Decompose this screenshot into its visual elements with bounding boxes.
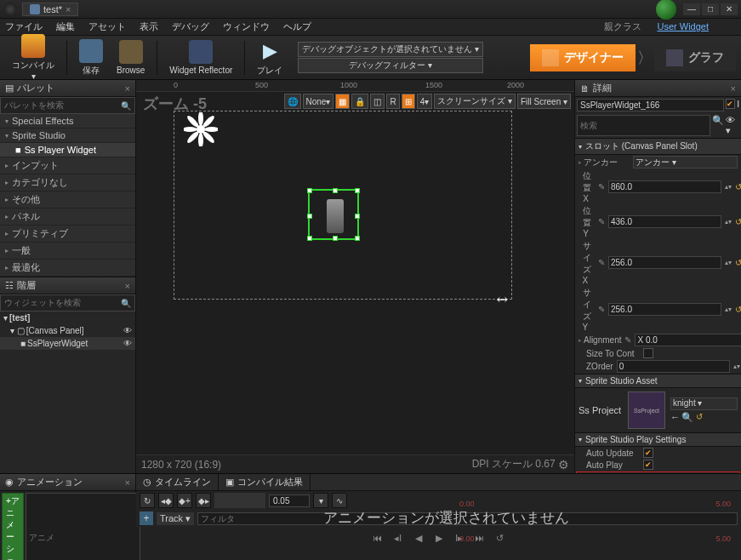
- save-button[interactable]: 保存: [72, 37, 110, 78]
- tl-frame-field[interactable]: 0.05: [269, 494, 310, 507]
- details-search[interactable]: [577, 115, 710, 136]
- palette-search[interactable]: パレットを検索🔍: [0, 97, 135, 114]
- fill-screen-dropdown[interactable]: Fill Screen ▾: [517, 94, 571, 109]
- tl-prev-key-button[interactable]: ◂◆: [158, 493, 174, 508]
- dpi-settings-icon[interactable]: ⚙: [558, 458, 569, 471]
- debug-object-dropdown[interactable]: デバッグオブジェクトが選択されていません ▾: [298, 42, 483, 57]
- timeline-ruler[interactable]: 0.00 5.00 0.00 5.00: [459, 500, 734, 543]
- cat-input[interactable]: インプット: [0, 157, 135, 174]
- asset-browse-icon[interactable]: 🔍: [681, 412, 693, 423]
- track-dropdown[interactable]: Track ▾: [157, 512, 194, 525]
- menu-asset[interactable]: アセット: [88, 20, 126, 33]
- cat-special-effects[interactable]: Special Effects: [0, 114, 135, 129]
- tl-scrubber[interactable]: [214, 493, 265, 508]
- layout-button[interactable]: ▦: [335, 94, 350, 109]
- lang-button[interactable]: 🌐: [284, 94, 301, 109]
- tl-refresh-button[interactable]: ↻: [140, 493, 155, 508]
- compile-results-tab[interactable]: ▣コンパイル結果: [219, 474, 311, 490]
- designer-tab[interactable]: デザイナー: [530, 44, 636, 71]
- input-sizex[interactable]: [608, 256, 721, 269]
- palette-item-ssplayer[interactable]: ■ Ss Player Widget: [0, 143, 135, 157]
- tl-reverse-button[interactable]: ◀: [411, 530, 426, 546]
- add-animation-button[interactable]: +アニメーション: [2, 493, 24, 560]
- compile-button[interactable]: コンパイル ▾: [5, 32, 61, 83]
- tl-curve-button[interactable]: ∿: [332, 493, 347, 508]
- play-button[interactable]: ▶プレイ: [250, 37, 289, 78]
- tl-step-back-button[interactable]: ◂Ⅰ: [390, 530, 406, 546]
- hier-canvas[interactable]: ▾ ▢ [Canvas Panel]👁: [0, 324, 135, 337]
- eye-icon[interactable]: 👁 ▾: [726, 115, 739, 136]
- anchor-gizmo-icon[interactable]: [184, 112, 218, 146]
- menu-help[interactable]: ヘルプ: [283, 20, 311, 33]
- tl-to-start-button[interactable]: ⏮: [370, 530, 385, 546]
- document-tab[interactable]: test* ×: [22, 3, 78, 16]
- viewport[interactable]: 0 500 1000 1500 2000 ズーム -5 🌐 None ▾ ▦ 🔒…: [136, 80, 574, 473]
- cat-sprite-studio[interactable]: Sprite Studio: [0, 129, 135, 143]
- checkbox-sizetocontent[interactable]: [643, 348, 653, 358]
- cat-optimize[interactable]: 最適化: [0, 260, 135, 277]
- tl-snap-button[interactable]: ▾: [313, 493, 328, 508]
- details-lock-icon[interactable]: Ⅰ: [737, 99, 739, 111]
- tl-next-key-button[interactable]: ◆▸: [196, 493, 211, 508]
- debug-filter-dropdown[interactable]: デバッグフィルター ▾: [298, 58, 483, 73]
- asset-use-icon[interactable]: ←: [670, 412, 680, 423]
- reset-icon[interactable]: ↺: [735, 258, 741, 267]
- source-control-icon[interactable]: [656, 0, 676, 20]
- menu-debug[interactable]: デバッグ: [172, 20, 209, 33]
- visibility-icon[interactable]: 👁: [123, 339, 132, 348]
- input-zorder[interactable]: [617, 360, 730, 373]
- animations-close-icon[interactable]: ×: [125, 477, 130, 488]
- animations-search[interactable]: [26, 493, 140, 560]
- lock-button[interactable]: 🔒: [351, 94, 368, 109]
- details-close-icon[interactable]: ×: [731, 83, 736, 94]
- section-asset[interactable]: Sprite Studio Asset: [575, 374, 741, 388]
- menu-file[interactable]: ファイル: [5, 20, 43, 33]
- visibility-icon[interactable]: 👁: [123, 326, 132, 335]
- reset-icon[interactable]: ↺: [735, 217, 741, 226]
- hierarchy-search[interactable]: ウィジェットを検索🔍: [0, 294, 135, 311]
- grid-size-button[interactable]: 4 ▾: [417, 94, 433, 109]
- cat-primitive[interactable]: プリミティブ: [0, 226, 135, 243]
- minimize-button[interactable]: —: [683, 3, 700, 15]
- parent-class-link[interactable]: User Widget: [657, 21, 709, 31]
- asset-thumbnail[interactable]: SsProject: [628, 391, 665, 429]
- anchor-dropdown[interactable]: アンカー ▾: [633, 156, 738, 169]
- browse-button[interactable]: Browse: [110, 38, 151, 77]
- timeline-tab[interactable]: ◷タイムライン: [136, 474, 219, 490]
- input-sizey[interactable]: [608, 303, 721, 316]
- graph-tab[interactable]: グラフ: [654, 44, 736, 71]
- details-object-field[interactable]: [577, 99, 724, 111]
- input-posx[interactable]: [608, 180, 721, 193]
- grid-button[interactable]: ⊞: [402, 94, 415, 109]
- cat-general[interactable]: 一般: [0, 243, 135, 260]
- selected-widget[interactable]: [308, 189, 359, 240]
- reset-icon[interactable]: ↺: [695, 412, 704, 423]
- tl-add-key-button[interactable]: ◆+: [177, 493, 192, 508]
- input-posy[interactable]: [608, 215, 721, 228]
- cat-panel[interactable]: パネル: [0, 209, 135, 226]
- tl-play-button[interactable]: ▶: [431, 530, 447, 546]
- add-track-button[interactable]: +: [140, 511, 153, 525]
- maximize-button[interactable]: □: [702, 3, 719, 15]
- reset-icon[interactable]: ↺: [735, 182, 741, 191]
- hier-ssplayer[interactable]: ■ SsPlayerWidget👁: [0, 337, 135, 350]
- details-pin-checkbox[interactable]: ✔: [726, 99, 735, 109]
- checkbox-autoupdate[interactable]: ✔: [643, 448, 653, 458]
- hierarchy-close-icon[interactable]: ×: [125, 281, 130, 291]
- widget-reflector-button[interactable]: Widget Reflector: [162, 38, 239, 77]
- menu-window[interactable]: ウィンドウ: [223, 20, 270, 33]
- reset-icon[interactable]: ↺: [735, 305, 741, 314]
- asset-dropdown[interactable]: knight ▾: [670, 397, 738, 410]
- none-dropdown[interactable]: None ▾: [303, 94, 334, 109]
- section-play[interactable]: Sprite Studio Play Settings: [575, 432, 741, 447]
- cat-none[interactable]: カテゴリなし: [0, 174, 135, 191]
- screen-size-dropdown[interactable]: スクリーンサイズ ▾: [434, 94, 516, 109]
- palette-close-icon[interactable]: ×: [125, 83, 130, 94]
- checkbox-autoplay[interactable]: ✔: [643, 460, 653, 470]
- r-button[interactable]: R: [386, 94, 399, 109]
- close-button[interactable]: ✕: [721, 3, 738, 15]
- section-slot[interactable]: スロット (Canvas Panel Slot): [575, 138, 741, 155]
- menu-view[interactable]: 表示: [140, 20, 158, 33]
- close-tab-icon[interactable]: ×: [66, 4, 71, 14]
- hier-root[interactable]: ▾ [test]: [0, 311, 135, 324]
